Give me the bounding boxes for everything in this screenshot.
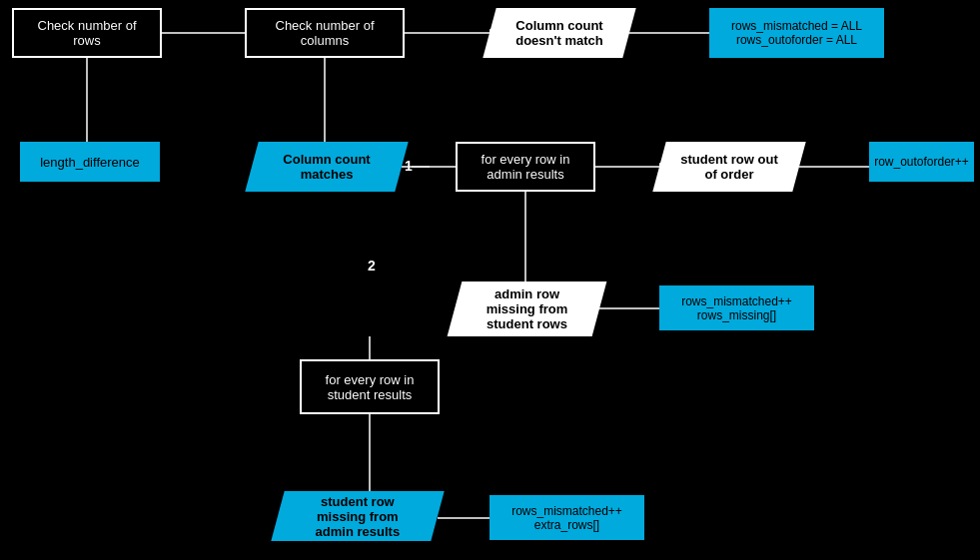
length-difference-node: length_difference <box>20 142 160 182</box>
for-every-student-node: for every row in student results <box>300 359 440 414</box>
student-row-missing-label: student row missing from admin results <box>298 494 418 539</box>
admin-row-missing-node: admin row missing from student rows <box>448 281 607 336</box>
for-every-student-label: for every row in student results <box>314 372 426 402</box>
student-out-of-order-node: student row out of order <box>652 142 805 192</box>
student-row-missing-node: student row missing from admin results <box>271 491 444 541</box>
check-columns-label: Check number of columns <box>259 18 391 48</box>
rows-mismatched-missing-node: rows_mismatched++ rows_missing[] <box>659 285 814 330</box>
for-every-admin-node: for every row in admin results <box>456 142 595 192</box>
row-outoforder-label: row_outoforder++ <box>874 155 969 169</box>
rows-mismatched-missing-label: rows_mismatched++ rows_missing[] <box>681 294 792 322</box>
label-2: 2 <box>368 258 376 274</box>
set-all-node: rows_mismatched = ALL rows_outoforder = … <box>709 8 884 58</box>
check-columns-node: Check number of columns <box>245 8 405 58</box>
label-1: 1 <box>405 158 413 174</box>
admin-row-missing-label: admin row missing from student rows <box>475 286 579 331</box>
column-count-no-match-label: Column count doesn't match <box>509 18 609 48</box>
check-rows-node: Check number of rows <box>12 8 162 58</box>
length-difference-label: length_difference <box>40 155 140 170</box>
rows-mismatched-extra-node: rows_mismatched++ extra_rows[] <box>490 495 644 540</box>
for-every-admin-label: for every row in admin results <box>470 152 581 182</box>
row-outoforder-node: row_outoforder++ <box>869 142 974 182</box>
column-count-no-match-node: Column count doesn't match <box>483 8 635 58</box>
student-out-of-order-label: student row out of order <box>679 152 779 182</box>
column-count-matches-node: Column count matches <box>245 142 408 192</box>
rows-mismatched-extra-label: rows_mismatched++ extra_rows[] <box>511 504 622 532</box>
column-count-matches-label: Column count matches <box>272 152 382 182</box>
check-rows-label: Check number of rows <box>26 18 148 48</box>
set-all-label: rows_mismatched = ALL rows_outoforder = … <box>731 19 862 47</box>
